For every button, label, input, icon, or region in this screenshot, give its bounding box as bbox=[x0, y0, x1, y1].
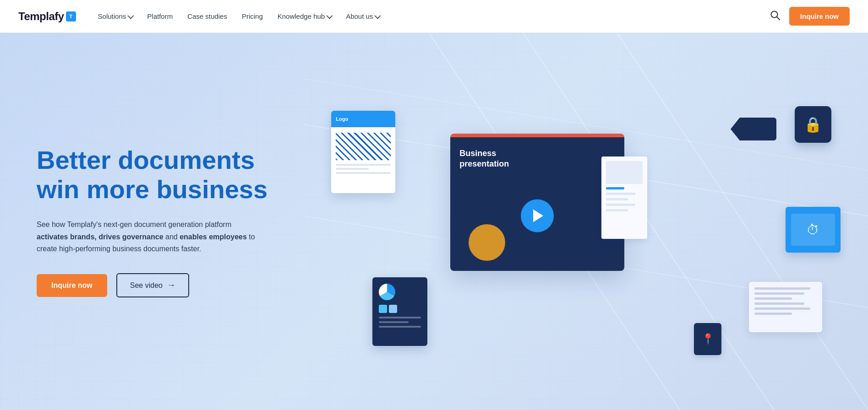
nav-item-solutions[interactable]: Solutions bbox=[98, 12, 133, 20]
hero-section: Better documents win more business See h… bbox=[0, 33, 868, 410]
lock-icon: 🔒 bbox=[804, 116, 822, 133]
logo-text: Templafy bbox=[18, 10, 64, 23]
hero-illustration: Logo Business presentation bbox=[304, 33, 868, 410]
diagonal-pattern bbox=[336, 133, 391, 160]
nav-item-case-studies[interactable]: Case studies bbox=[187, 12, 227, 20]
play-icon bbox=[533, 210, 543, 222]
hero-inquire-now-button[interactable]: Inquire now bbox=[37, 274, 107, 297]
search-icon[interactable] bbox=[770, 10, 780, 22]
nav-item-knowledge-hub[interactable]: Knowledge hub bbox=[278, 12, 331, 20]
clock-icon: ⏱ bbox=[807, 222, 819, 237]
presentation-card-body: Business presentation bbox=[450, 137, 624, 271]
hero-title: Better documents win more business bbox=[37, 146, 267, 205]
hero-description: See how Templafy's next-gen document gen… bbox=[37, 219, 257, 255]
small-icon bbox=[379, 305, 387, 313]
nav-item-about-us[interactable]: About us bbox=[346, 12, 379, 20]
small-icon bbox=[389, 305, 397, 313]
inquire-now-button[interactable]: Inquire now bbox=[789, 7, 850, 26]
chevron-down-icon bbox=[128, 12, 134, 19]
presentation-card[interactable]: Business presentation bbox=[450, 134, 624, 271]
chevron-down-icon bbox=[375, 12, 381, 19]
light-doc-card bbox=[749, 282, 822, 332]
pin-icon: 📍 bbox=[702, 333, 714, 345]
svg-line-1 bbox=[777, 17, 780, 20]
doc-card-body bbox=[331, 127, 395, 193]
blue-doc-card: ⏱ bbox=[786, 207, 841, 253]
arrow-card bbox=[731, 118, 776, 140]
arrow-right-icon: → bbox=[167, 281, 175, 290]
nav-item-pricing[interactable]: Pricing bbox=[242, 12, 263, 20]
pie-chart-icon bbox=[379, 284, 395, 300]
nav-links: Solutions Platform Case studies Pricing … bbox=[98, 12, 770, 20]
sidebar-panel-card bbox=[601, 156, 647, 239]
nav-right: Inquire now bbox=[770, 7, 850, 26]
hero-content: Better documents win more business See h… bbox=[37, 146, 267, 298]
play-button[interactable] bbox=[521, 200, 554, 232]
hero-see-video-button[interactable]: See video → bbox=[116, 273, 189, 297]
lock-card: 🔒 bbox=[795, 106, 831, 143]
doc-card-left: Logo bbox=[331, 111, 395, 193]
pin-doc-card: 📍 bbox=[694, 323, 721, 355]
nav-item-platform[interactable]: Platform bbox=[147, 12, 173, 20]
hero-buttons: Inquire now See video → bbox=[37, 273, 267, 297]
dark-doc-card bbox=[372, 277, 427, 346]
logo[interactable]: Templafy T bbox=[18, 10, 76, 23]
navbar: Templafy T Solutions Platform Case studi… bbox=[0, 0, 868, 33]
logo-badge: T bbox=[66, 11, 76, 22]
chevron-down-icon bbox=[327, 12, 333, 19]
doc-card-header: Logo bbox=[331, 111, 395, 127]
orange-shape bbox=[469, 224, 505, 261]
presentation-title: Business presentation bbox=[459, 148, 509, 170]
